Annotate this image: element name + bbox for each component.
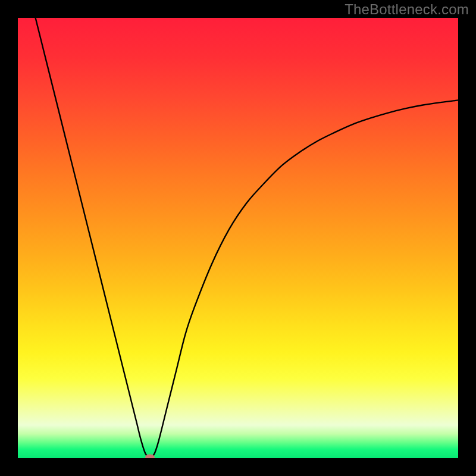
watermark-text: TheBottleneck.com [345, 1, 469, 18]
bottleneck-curve [18, 18, 458, 458]
chart-frame: TheBottleneck.com [0, 0, 476, 476]
optimal-point-marker [145, 454, 155, 458]
plot-area [18, 18, 458, 458]
